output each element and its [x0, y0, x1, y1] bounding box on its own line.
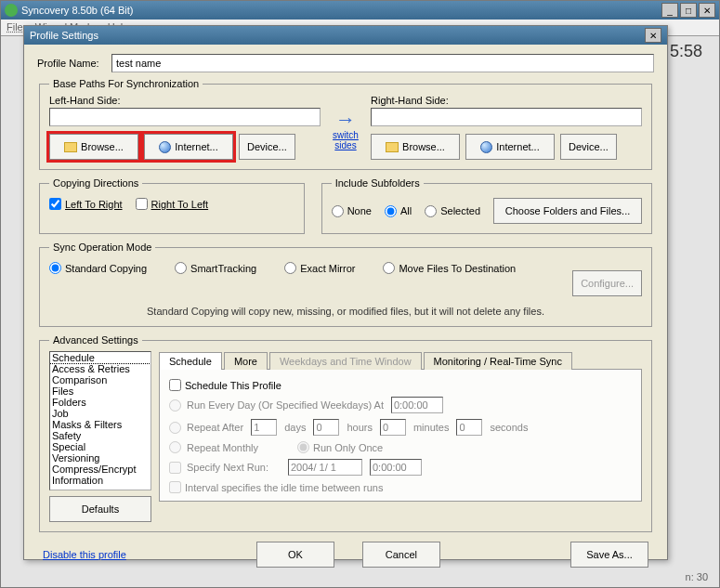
include-subfolders-fieldset: Include Subfolders None All Selected Cho…	[321, 177, 652, 234]
run-once-radio: Run Only Once	[297, 441, 383, 453]
left-browse-button[interactable]: Browse...	[49, 134, 138, 160]
advanced-list-item[interactable]: Compress/Encrypt	[50, 464, 151, 475]
schedule-this-checkbox[interactable]: Schedule This Profile	[169, 379, 281, 391]
advanced-list-item[interactable]: Files	[50, 385, 151, 397]
advanced-list-item[interactable]: Versioning	[50, 452, 151, 464]
standard-copying-radio[interactable]: Standard Copying	[49, 262, 147, 274]
maximize-button[interactable]: □	[680, 3, 697, 18]
app-icon	[5, 4, 18, 17]
right-internet-button[interactable]: Internet...	[465, 134, 555, 160]
repeat-monthly-radio	[169, 441, 181, 453]
advanced-list[interactable]: ScheduleAccess & RetriesComparisonFilesF…	[49, 351, 151, 490]
defaults-button[interactable]: Defaults	[49, 496, 151, 522]
run-every-radio	[169, 399, 181, 412]
right-side-label: Right-Hand Side:	[371, 95, 642, 106]
right-path-input[interactable]	[371, 108, 642, 126]
run-every-time: 0:00:00	[391, 397, 443, 413]
tab-monitoring[interactable]: Monitoring / Real-Time Sync	[424, 352, 572, 370]
right-to-left-checkbox[interactable]: Right To Left	[136, 198, 209, 210]
choose-folders-button[interactable]: Choose Folders and Files...	[493, 198, 642, 224]
next-date: 2004/ 1/ 1	[288, 459, 362, 476]
folder-icon	[386, 142, 399, 152]
minimize-button[interactable]: _	[661, 3, 678, 18]
dialog-titlebar: Profile Settings ✕	[24, 26, 667, 45]
subfolders-none-radio[interactable]: None	[332, 205, 372, 217]
dialog-title: Profile Settings	[30, 30, 645, 41]
advanced-settings-fieldset: Advanced Settings ScheduleAccess & Retri…	[39, 334, 652, 532]
folder-icon	[64, 142, 77, 152]
subfolders-all-radio[interactable]: All	[385, 205, 412, 217]
main-titlebar: Syncovery 8.50b (64 Bit) _ □ ✕	[1, 1, 719, 20]
menu-file[interactable]: File	[7, 21, 23, 33]
repeat-hours: 0	[313, 419, 339, 436]
repeat-minutes: 0	[380, 419, 406, 436]
main-window: Syncovery 8.50b (64 Bit) _ □ ✕ File Wiza…	[0, 0, 720, 588]
configure-button[interactable]: Configure...	[572, 270, 642, 296]
right-device-button[interactable]: Device...	[560, 134, 617, 160]
left-side-label: Left-Hand Side:	[49, 95, 321, 106]
advanced-list-item[interactable]: Folders	[50, 397, 151, 408]
advanced-legend: Advanced Settings	[49, 334, 142, 346]
advanced-list-item[interactable]: Access & Retries	[50, 363, 151, 374]
repeat-after-radio	[169, 422, 181, 434]
sync-legend: Sync Operation Mode	[49, 242, 155, 253]
advanced-list-item[interactable]: Information	[50, 475, 151, 486]
globe-icon	[159, 141, 171, 153]
right-browse-button[interactable]: Browse...	[371, 134, 460, 160]
clock: 5:58	[670, 42, 702, 61]
dialog-close-button[interactable]: ✕	[645, 28, 661, 43]
left-internet-button[interactable]: Internet...	[144, 134, 233, 160]
cancel-button[interactable]: Cancel	[362, 542, 440, 568]
base-paths-legend: Base Paths For Synchronization	[49, 78, 203, 89]
close-button[interactable]: ✕	[699, 3, 715, 18]
advanced-list-item[interactable]: Masks & Filters	[50, 419, 151, 430]
copying-directions-fieldset: Copying Directions Left To Right Right T…	[39, 177, 305, 234]
sync-description: Standard Copying will copy new, missing,…	[49, 306, 642, 317]
profile-name-label: Profile Name:	[37, 58, 111, 69]
specify-next-checkbox	[169, 462, 181, 474]
tab-schedule[interactable]: Schedule	[159, 352, 222, 370]
exact-mirror-radio[interactable]: Exact Mirror	[284, 262, 355, 274]
advanced-list-item[interactable]: Safety	[50, 430, 151, 441]
ok-button[interactable]: OK	[256, 542, 334, 568]
tab-weekdays[interactable]: Weekdays and Time Window	[269, 352, 422, 370]
arrow-icon: →	[335, 110, 356, 130]
disable-profile-link[interactable]: Disable this profile	[43, 549, 126, 560]
advanced-list-item[interactable]: Special	[50, 441, 151, 452]
main-title: Syncovery 8.50b (64 Bit)	[21, 5, 661, 16]
advanced-tabs: Schedule More Weekdays and Time Window M…	[159, 351, 642, 370]
left-device-button[interactable]: Device...	[239, 134, 295, 160]
interval-idle-checkbox: Interval specifies the idle time between…	[169, 481, 383, 493]
save-as-button[interactable]: Save As...	[570, 542, 648, 568]
subfolders-selected-radio[interactable]: Selected	[425, 205, 480, 217]
advanced-list-item[interactable]: Schedule	[50, 352, 151, 363]
advanced-list-item[interactable]: Comparison	[50, 374, 151, 385]
sync-mode-fieldset: Sync Operation Mode Standard Copying Sma…	[39, 242, 652, 327]
include-legend: Include Subfolders	[332, 177, 424, 189]
schedule-tab-content: Schedule This Profile Run Every Day (Or …	[159, 370, 642, 502]
move-files-radio[interactable]: Move Files To Destination	[383, 262, 516, 274]
left-to-right-checkbox[interactable]: Left To Right	[49, 198, 123, 210]
repeat-days: 1	[251, 419, 277, 436]
globe-icon	[480, 141, 492, 153]
base-paths-fieldset: Base Paths For Synchronization Left-Hand…	[39, 78, 652, 170]
advanced-list-item[interactable]: Job	[50, 408, 151, 419]
tab-more[interactable]: More	[224, 352, 268, 370]
profile-name-input[interactable]	[111, 54, 654, 72]
profile-settings-dialog: Profile Settings ✕ Profile Name: Base Pa…	[23, 25, 668, 560]
switch-sides-link[interactable]: switch sides	[326, 130, 365, 150]
smart-tracking-radio[interactable]: SmartTracking	[175, 262, 256, 274]
next-time: 0:00:00	[370, 459, 422, 476]
repeat-seconds: 0	[456, 419, 482, 436]
left-path-input[interactable]	[49, 108, 321, 126]
copying-legend: Copying Directions	[49, 177, 142, 189]
